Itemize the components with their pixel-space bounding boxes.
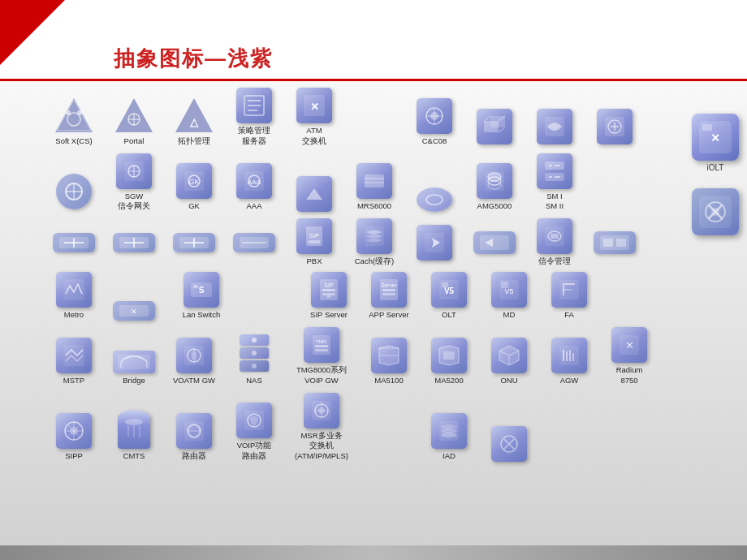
svg-rect-69 bbox=[603, 239, 613, 247]
cell-sipserver: SIP SIP Server bbox=[300, 272, 358, 321]
svg-rect-61 bbox=[309, 240, 320, 243]
cell-msr: MSR多业务交换机(ATM/IP/MPLS) bbox=[285, 393, 358, 462]
cell-router: 路由器 bbox=[165, 413, 223, 462]
icon-sipserver: SIP bbox=[311, 272, 347, 308]
label-onu: ONU bbox=[500, 376, 517, 386]
cell-cc08: C&C08 bbox=[405, 98, 464, 147]
icon-mrs6000 bbox=[356, 163, 392, 199]
cell-empty6 bbox=[285, 176, 343, 212]
cell-sipp: SIPP bbox=[45, 413, 103, 462]
label-iolt-big: iOLT bbox=[707, 163, 724, 172]
icon-voip bbox=[236, 403, 272, 438]
icon-rect1 bbox=[594, 231, 636, 254]
cell-md: V5 MD bbox=[480, 272, 538, 321]
icon-aaa: AAA bbox=[236, 163, 272, 199]
label-cmts: CMTS bbox=[123, 451, 145, 462]
cell-lanswitch: S Lan Switch bbox=[165, 272, 238, 321]
svg-text:SIP: SIP bbox=[309, 232, 320, 239]
cell-atm: ✕ ATM交换机 bbox=[285, 88, 343, 147]
label-amg5000: AMG5000 bbox=[477, 201, 512, 212]
svg-point-116 bbox=[125, 419, 143, 425]
cell-circle1 bbox=[45, 174, 103, 212]
svg-text:SIP: SIP bbox=[324, 282, 334, 288]
icon-oval bbox=[417, 187, 452, 212]
icon-empty12 bbox=[491, 426, 527, 462]
icon-ma5100 bbox=[371, 338, 407, 373]
cell-metro: Metro bbox=[45, 272, 103, 321]
icon-cache bbox=[356, 218, 392, 254]
icon-grid: Soft X(CS) Portal △ 拓扑管理 bbox=[45, 88, 690, 468]
label-smismi: SM ISM II bbox=[546, 192, 563, 213]
svg-rect-85 bbox=[382, 293, 395, 295]
label-radium8750: Radium8750 bbox=[616, 365, 643, 386]
icon-router bbox=[176, 413, 212, 449]
icon-bridge bbox=[113, 351, 155, 373]
cell-olt: V5 OLT bbox=[420, 272, 478, 321]
cell-voip: VOIP功能路由器 bbox=[225, 403, 283, 462]
svg-line-23 bbox=[484, 116, 490, 121]
icon-bigcross bbox=[692, 188, 739, 235]
page-title: 抽象图标—浅紫 bbox=[114, 45, 273, 73]
row-2: SGW信令网关 GK GK AAA AAA bbox=[45, 153, 690, 213]
bottom-bar bbox=[0, 545, 747, 560]
cell-cross1 bbox=[45, 233, 103, 252]
svg-point-3 bbox=[66, 110, 71, 115]
label-olt: OLT bbox=[442, 310, 456, 321]
row-6: SIPP CMTS bbox=[45, 393, 690, 462]
svg-point-138 bbox=[711, 208, 719, 216]
label-router: 路由器 bbox=[182, 451, 206, 462]
label-portal: Portal bbox=[124, 136, 145, 147]
icon-md: V5 bbox=[491, 272, 527, 308]
svg-marker-0 bbox=[55, 98, 93, 132]
cell-mstp: MSTP bbox=[45, 338, 103, 386]
label-mstp: MSTP bbox=[63, 376, 84, 386]
label-bridge: Bridge bbox=[123, 376, 145, 386]
icon-sipp bbox=[56, 413, 92, 449]
cell-ma5200: MA5200 bbox=[420, 338, 478, 386]
icon-mstp bbox=[56, 338, 92, 373]
cell-fa: FA bbox=[540, 272, 598, 321]
cell-smismi: SM ISM II bbox=[525, 153, 584, 213]
svg-rect-135 bbox=[702, 124, 712, 131]
icon-portal bbox=[114, 97, 154, 134]
svg-point-47 bbox=[426, 195, 443, 205]
icon-iolt-big: ✕ bbox=[692, 114, 739, 161]
cell-appserver: Server APP Server bbox=[360, 272, 418, 321]
svg-rect-79 bbox=[322, 289, 335, 291]
icon-radium8750: ✕ bbox=[611, 327, 647, 363]
cell-topology: △ 拓扑管理 bbox=[165, 97, 223, 147]
row-1: Soft X(CS) Portal △ 拓扑管理 bbox=[45, 88, 690, 147]
svg-text:△: △ bbox=[189, 116, 199, 128]
icon-iad bbox=[431, 413, 467, 449]
label-lanswitch: Lan Switch bbox=[183, 310, 220, 321]
cell-voatmgw: VOATM GW bbox=[165, 338, 223, 386]
icon-nas bbox=[240, 334, 269, 373]
icon-flat2 bbox=[473, 231, 516, 254]
label-atm: ATM交换机 bbox=[302, 126, 326, 147]
cell-rect1 bbox=[585, 231, 644, 254]
cell-arrow1 bbox=[405, 225, 464, 261]
svg-text:TMG: TMG bbox=[316, 339, 327, 344]
label-fa: FA bbox=[564, 310, 574, 321]
svg-rect-84 bbox=[382, 289, 395, 291]
label-md: MD bbox=[503, 310, 516, 321]
cell-nas: NAS bbox=[225, 334, 283, 386]
cell-softxcs: Soft X(CS) bbox=[45, 97, 103, 147]
cell-flat2 bbox=[465, 231, 524, 254]
icon-onu bbox=[491, 338, 527, 373]
cell-onu: ONU bbox=[480, 338, 538, 386]
svg-text:GK: GK bbox=[188, 178, 199, 186]
cell-g3 bbox=[585, 109, 644, 147]
label-tmg8000: TMG8000系列VOIP GW bbox=[296, 365, 347, 386]
cell-mrs6000: MRS6000 bbox=[345, 163, 404, 212]
icon-empty6 bbox=[296, 176, 332, 212]
label-ma5200: MA5200 bbox=[434, 376, 463, 386]
svg-rect-105 bbox=[443, 351, 455, 360]
icon-softxcs bbox=[54, 97, 94, 134]
cell-iad: IAD bbox=[420, 413, 478, 462]
cell-tmg8000: TMG TMG8000系列VOIP GW bbox=[285, 327, 358, 386]
svg-rect-102 bbox=[315, 349, 328, 351]
cell-cross3 bbox=[165, 233, 223, 252]
svg-text:✕: ✕ bbox=[131, 308, 137, 316]
svg-rect-44 bbox=[365, 174, 384, 187]
